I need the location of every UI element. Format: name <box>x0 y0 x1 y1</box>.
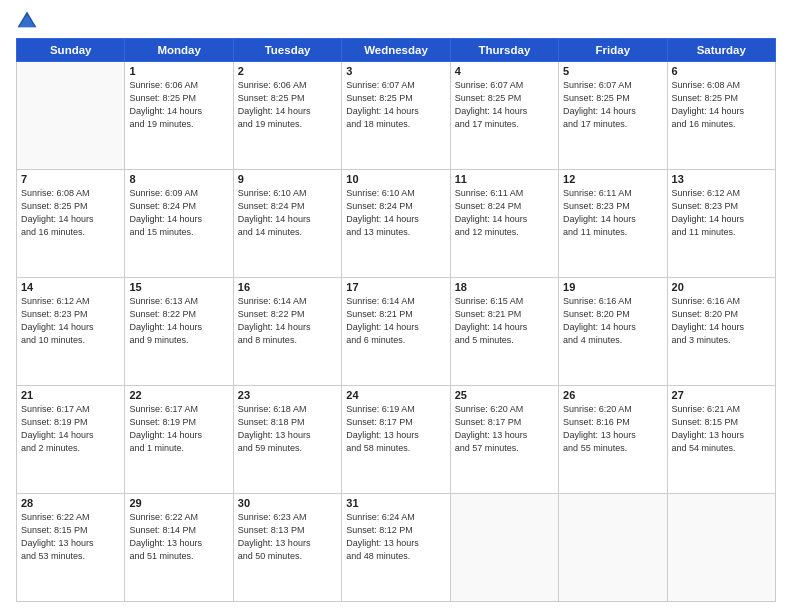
day-info: Sunrise: 6:14 AMSunset: 8:21 PMDaylight:… <box>346 295 445 347</box>
weekday-header-tuesday: Tuesday <box>233 39 341 62</box>
week-row-5: 28Sunrise: 6:22 AMSunset: 8:15 PMDayligh… <box>17 494 776 602</box>
calendar-cell: 8Sunrise: 6:09 AMSunset: 8:24 PMDaylight… <box>125 170 233 278</box>
day-number: 29 <box>129 497 228 509</box>
calendar-cell: 25Sunrise: 6:20 AMSunset: 8:17 PMDayligh… <box>450 386 558 494</box>
day-info: Sunrise: 6:17 AMSunset: 8:19 PMDaylight:… <box>129 403 228 455</box>
header <box>16 10 776 32</box>
day-info: Sunrise: 6:13 AMSunset: 8:22 PMDaylight:… <box>129 295 228 347</box>
day-info: Sunrise: 6:07 AMSunset: 8:25 PMDaylight:… <box>346 79 445 131</box>
calendar-cell: 10Sunrise: 6:10 AMSunset: 8:24 PMDayligh… <box>342 170 450 278</box>
day-info: Sunrise: 6:08 AMSunset: 8:25 PMDaylight:… <box>21 187 120 239</box>
calendar-table: SundayMondayTuesdayWednesdayThursdayFrid… <box>16 38 776 602</box>
day-info: Sunrise: 6:11 AMSunset: 8:24 PMDaylight:… <box>455 187 554 239</box>
day-number: 23 <box>238 389 337 401</box>
day-number: 19 <box>563 281 662 293</box>
weekday-header-friday: Friday <box>559 39 667 62</box>
weekday-header-thursday: Thursday <box>450 39 558 62</box>
calendar-cell: 5Sunrise: 6:07 AMSunset: 8:25 PMDaylight… <box>559 62 667 170</box>
day-number: 21 <box>21 389 120 401</box>
page: SundayMondayTuesdayWednesdayThursdayFrid… <box>0 0 792 612</box>
calendar-cell: 17Sunrise: 6:14 AMSunset: 8:21 PMDayligh… <box>342 278 450 386</box>
day-info: Sunrise: 6:19 AMSunset: 8:17 PMDaylight:… <box>346 403 445 455</box>
day-number: 10 <box>346 173 445 185</box>
day-number: 18 <box>455 281 554 293</box>
calendar-cell: 12Sunrise: 6:11 AMSunset: 8:23 PMDayligh… <box>559 170 667 278</box>
day-number: 26 <box>563 389 662 401</box>
weekday-header-row: SundayMondayTuesdayWednesdayThursdayFrid… <box>17 39 776 62</box>
day-number: 1 <box>129 65 228 77</box>
day-number: 31 <box>346 497 445 509</box>
day-info: Sunrise: 6:20 AMSunset: 8:16 PMDaylight:… <box>563 403 662 455</box>
calendar-cell <box>17 62 125 170</box>
day-number: 22 <box>129 389 228 401</box>
day-info: Sunrise: 6:07 AMSunset: 8:25 PMDaylight:… <box>563 79 662 131</box>
day-number: 28 <box>21 497 120 509</box>
day-info: Sunrise: 6:24 AMSunset: 8:12 PMDaylight:… <box>346 511 445 563</box>
week-row-1: 1Sunrise: 6:06 AMSunset: 8:25 PMDaylight… <box>17 62 776 170</box>
day-info: Sunrise: 6:20 AMSunset: 8:17 PMDaylight:… <box>455 403 554 455</box>
calendar-cell: 23Sunrise: 6:18 AMSunset: 8:18 PMDayligh… <box>233 386 341 494</box>
logo-icon <box>16 10 38 32</box>
day-info: Sunrise: 6:22 AMSunset: 8:15 PMDaylight:… <box>21 511 120 563</box>
day-number: 17 <box>346 281 445 293</box>
day-number: 30 <box>238 497 337 509</box>
week-row-4: 21Sunrise: 6:17 AMSunset: 8:19 PMDayligh… <box>17 386 776 494</box>
week-row-2: 7Sunrise: 6:08 AMSunset: 8:25 PMDaylight… <box>17 170 776 278</box>
day-number: 24 <box>346 389 445 401</box>
calendar-cell: 14Sunrise: 6:12 AMSunset: 8:23 PMDayligh… <box>17 278 125 386</box>
calendar-cell: 26Sunrise: 6:20 AMSunset: 8:16 PMDayligh… <box>559 386 667 494</box>
calendar-cell: 29Sunrise: 6:22 AMSunset: 8:14 PMDayligh… <box>125 494 233 602</box>
calendar-cell: 16Sunrise: 6:14 AMSunset: 8:22 PMDayligh… <box>233 278 341 386</box>
day-number: 25 <box>455 389 554 401</box>
day-number: 2 <box>238 65 337 77</box>
day-number: 13 <box>672 173 771 185</box>
calendar-cell: 24Sunrise: 6:19 AMSunset: 8:17 PMDayligh… <box>342 386 450 494</box>
logo <box>16 10 42 32</box>
calendar-cell: 31Sunrise: 6:24 AMSunset: 8:12 PMDayligh… <box>342 494 450 602</box>
day-number: 14 <box>21 281 120 293</box>
day-info: Sunrise: 6:10 AMSunset: 8:24 PMDaylight:… <box>346 187 445 239</box>
day-number: 11 <box>455 173 554 185</box>
calendar-cell <box>559 494 667 602</box>
calendar-cell: 21Sunrise: 6:17 AMSunset: 8:19 PMDayligh… <box>17 386 125 494</box>
day-info: Sunrise: 6:09 AMSunset: 8:24 PMDaylight:… <box>129 187 228 239</box>
calendar-cell: 18Sunrise: 6:15 AMSunset: 8:21 PMDayligh… <box>450 278 558 386</box>
calendar-cell: 13Sunrise: 6:12 AMSunset: 8:23 PMDayligh… <box>667 170 775 278</box>
day-info: Sunrise: 6:06 AMSunset: 8:25 PMDaylight:… <box>129 79 228 131</box>
calendar-cell: 28Sunrise: 6:22 AMSunset: 8:15 PMDayligh… <box>17 494 125 602</box>
calendar-cell <box>667 494 775 602</box>
calendar-cell: 20Sunrise: 6:16 AMSunset: 8:20 PMDayligh… <box>667 278 775 386</box>
day-number: 15 <box>129 281 228 293</box>
calendar-cell: 19Sunrise: 6:16 AMSunset: 8:20 PMDayligh… <box>559 278 667 386</box>
day-info: Sunrise: 6:06 AMSunset: 8:25 PMDaylight:… <box>238 79 337 131</box>
day-number: 20 <box>672 281 771 293</box>
day-info: Sunrise: 6:16 AMSunset: 8:20 PMDaylight:… <box>563 295 662 347</box>
day-info: Sunrise: 6:14 AMSunset: 8:22 PMDaylight:… <box>238 295 337 347</box>
day-number: 3 <box>346 65 445 77</box>
calendar-cell: 27Sunrise: 6:21 AMSunset: 8:15 PMDayligh… <box>667 386 775 494</box>
calendar-cell: 1Sunrise: 6:06 AMSunset: 8:25 PMDaylight… <box>125 62 233 170</box>
calendar-cell: 15Sunrise: 6:13 AMSunset: 8:22 PMDayligh… <box>125 278 233 386</box>
day-number: 6 <box>672 65 771 77</box>
weekday-header-wednesday: Wednesday <box>342 39 450 62</box>
day-info: Sunrise: 6:12 AMSunset: 8:23 PMDaylight:… <box>672 187 771 239</box>
day-info: Sunrise: 6:17 AMSunset: 8:19 PMDaylight:… <box>21 403 120 455</box>
day-number: 4 <box>455 65 554 77</box>
day-number: 9 <box>238 173 337 185</box>
day-number: 16 <box>238 281 337 293</box>
day-info: Sunrise: 6:11 AMSunset: 8:23 PMDaylight:… <box>563 187 662 239</box>
calendar-cell: 3Sunrise: 6:07 AMSunset: 8:25 PMDaylight… <box>342 62 450 170</box>
day-info: Sunrise: 6:21 AMSunset: 8:15 PMDaylight:… <box>672 403 771 455</box>
calendar-cell <box>450 494 558 602</box>
day-info: Sunrise: 6:10 AMSunset: 8:24 PMDaylight:… <box>238 187 337 239</box>
day-info: Sunrise: 6:16 AMSunset: 8:20 PMDaylight:… <box>672 295 771 347</box>
day-info: Sunrise: 6:23 AMSunset: 8:13 PMDaylight:… <box>238 511 337 563</box>
calendar-cell: 30Sunrise: 6:23 AMSunset: 8:13 PMDayligh… <box>233 494 341 602</box>
day-number: 7 <box>21 173 120 185</box>
day-number: 8 <box>129 173 228 185</box>
week-row-3: 14Sunrise: 6:12 AMSunset: 8:23 PMDayligh… <box>17 278 776 386</box>
day-info: Sunrise: 6:07 AMSunset: 8:25 PMDaylight:… <box>455 79 554 131</box>
day-info: Sunrise: 6:22 AMSunset: 8:14 PMDaylight:… <box>129 511 228 563</box>
calendar-cell: 9Sunrise: 6:10 AMSunset: 8:24 PMDaylight… <box>233 170 341 278</box>
calendar-cell: 11Sunrise: 6:11 AMSunset: 8:24 PMDayligh… <box>450 170 558 278</box>
